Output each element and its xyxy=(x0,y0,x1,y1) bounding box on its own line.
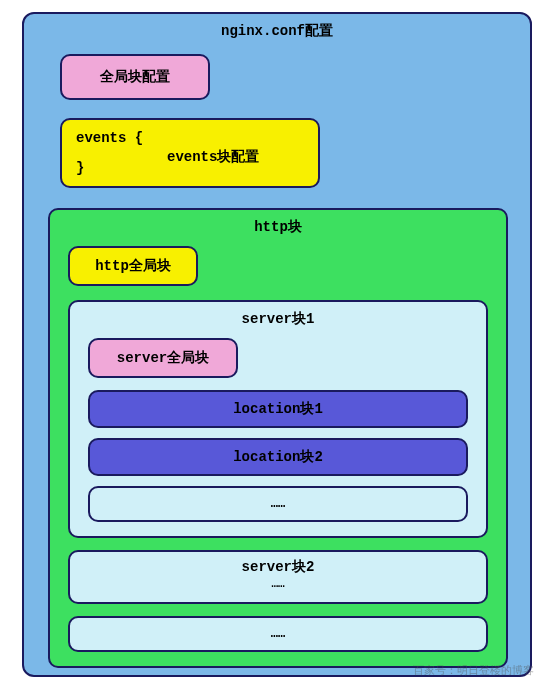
events-block: events { events块配置 } xyxy=(60,118,320,188)
location-ellipsis-label: …… xyxy=(271,497,285,511)
location-block-1: location块1 xyxy=(88,390,468,428)
server-block-2: server块2 …… xyxy=(68,550,488,604)
server-2-ellipsis: …… xyxy=(271,578,284,590)
http-global-block: http全局块 xyxy=(68,246,198,286)
watermark-text: 百家号：明日登楼的博客 xyxy=(413,663,534,678)
events-close-brace: } xyxy=(76,160,84,176)
events-open-brace: events { xyxy=(76,130,143,146)
server-block-1: server块1 server全局块 location块1 location块2… xyxy=(68,300,488,538)
server-ellipsis: …… xyxy=(68,616,488,652)
diagram-title: nginx.conf配置 xyxy=(42,22,512,40)
server-ellipsis-label: …… xyxy=(271,627,285,641)
server-global-label: server全局块 xyxy=(117,349,209,367)
global-block-label: 全局块配置 xyxy=(100,68,170,86)
events-block-label: events块配置 xyxy=(167,148,259,166)
global-block: 全局块配置 xyxy=(60,54,210,100)
server-1-title: server块1 xyxy=(88,310,468,328)
location-ellipsis: …… xyxy=(88,486,468,522)
http-block-title: http块 xyxy=(68,218,488,236)
location-1-label: location块1 xyxy=(233,400,323,418)
server-2-title: server块2 xyxy=(242,558,315,576)
server-global-block: server全局块 xyxy=(88,338,238,378)
location-block-2: location块2 xyxy=(88,438,468,476)
nginx-conf-container: nginx.conf配置 全局块配置 events { events块配置 } … xyxy=(22,12,532,677)
http-block: http块 http全局块 server块1 server全局块 locatio… xyxy=(48,208,508,668)
location-2-label: location块2 xyxy=(233,448,323,466)
http-global-label: http全局块 xyxy=(95,257,171,275)
